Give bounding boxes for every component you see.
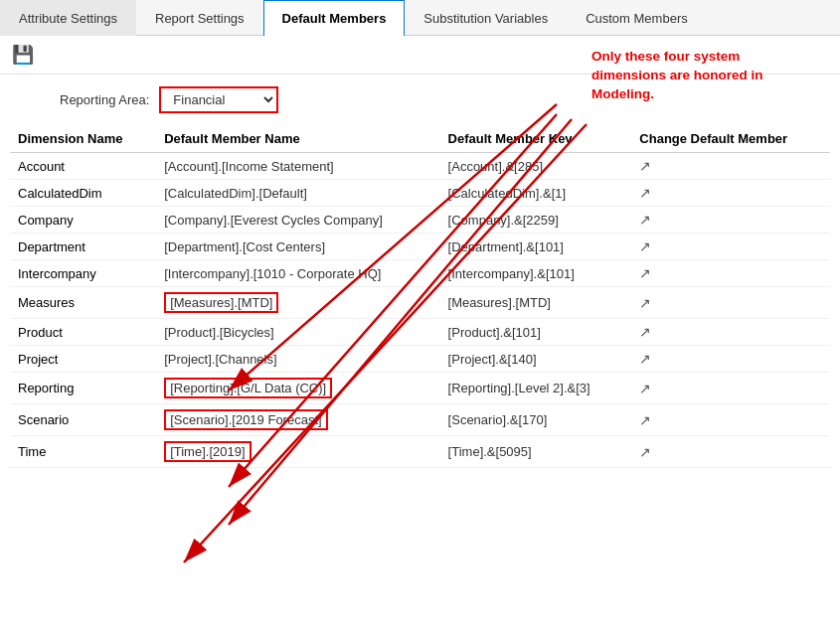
dim-name-cell: Product <box>10 319 156 346</box>
member-key-cell: [Reporting].[Level 2].&[3] <box>440 373 632 404</box>
tab-attribute-settings[interactable]: Attribute Settings <box>0 0 136 36</box>
table-row: Department[Department].[Cost Centers][De… <box>10 234 830 260</box>
table-row: CalculatedDim[CalculatedDim].[Default][C… <box>10 180 830 207</box>
tab-custom-members[interactable]: Custom Members <box>567 0 707 36</box>
save-icon[interactable]: 💾 <box>12 45 34 65</box>
dim-name-cell: Company <box>10 207 156 234</box>
change-member-cell[interactable]: ↗︎ <box>631 234 830 260</box>
member-name-cell: [Reporting].[G/L Data (CC)] <box>156 373 439 404</box>
member-key-cell: [Intercompany].&[101] <box>440 260 632 287</box>
external-link-icon[interactable]: ↗︎ <box>639 295 651 311</box>
default-members-table: Dimension Name Default Member Name Defau… <box>10 125 830 468</box>
table-row: Scenario[Scenario].[2019 Forecast][Scena… <box>10 404 830 436</box>
change-member-cell[interactable]: ↗︎ <box>631 436 830 468</box>
col-header-dim-name: Dimension Name <box>10 125 156 153</box>
dim-name-cell: Reporting <box>10 373 156 404</box>
tab-report-settings[interactable]: Report Settings <box>136 0 263 36</box>
external-link-icon[interactable]: ↗︎ <box>639 412 651 428</box>
boxed-member-name: [Reporting].[G/L Data (CC)] <box>164 378 332 398</box>
member-key-cell: [Measures].[MTD] <box>440 287 632 319</box>
col-header-change: Change Default Member <box>631 125 830 153</box>
external-link-icon[interactable]: ↗︎ <box>639 444 651 460</box>
change-member-cell[interactable]: ↗︎ <box>631 346 830 373</box>
reporting-area-row: Reporting Area: Financial Operational <box>0 75 840 125</box>
toolbar: 💾 <box>0 36 840 75</box>
table-row: Project[Project].[Channels][Project].&[1… <box>10 346 830 373</box>
change-member-cell[interactable]: ↗︎ <box>631 153 830 180</box>
table-row: Company[Company].[Everest Cycles Company… <box>10 207 830 234</box>
boxed-member-name: [Measures].[MTD] <box>164 292 278 313</box>
reporting-area-select[interactable]: Financial Operational <box>159 86 278 113</box>
col-header-member-key: Default Member Key <box>440 125 632 153</box>
member-name-cell: [Company].[Everest Cycles Company] <box>156 207 439 234</box>
member-name-cell: [Intercompany].[1010 - Corporate HQ] <box>156 260 439 287</box>
dim-name-cell: Account <box>10 153 156 180</box>
dim-name-cell: Project <box>10 346 156 373</box>
external-link-icon[interactable]: ↗︎ <box>639 324 651 340</box>
change-member-cell[interactable]: ↗︎ <box>631 180 830 207</box>
table-row: Time[Time].[2019][Time].&[5095]↗︎ <box>10 436 830 468</box>
external-link-icon[interactable]: ↗︎ <box>639 351 651 367</box>
member-name-cell: [Measures].[MTD] <box>156 287 439 319</box>
dim-name-cell: Intercompany <box>10 260 156 287</box>
change-member-cell[interactable]: ↗︎ <box>631 207 830 234</box>
table-row: Reporting[Reporting].[G/L Data (CC)][Rep… <box>10 373 830 404</box>
table-row: Intercompany[Intercompany].[1010 - Corpo… <box>10 260 830 287</box>
change-member-cell[interactable]: ↗︎ <box>631 319 830 346</box>
external-link-icon[interactable]: ↗︎ <box>639 265 651 281</box>
boxed-member-name: [Time].[2019] <box>164 441 251 462</box>
member-name-cell: [Scenario].[2019 Forecast] <box>156 404 439 436</box>
member-key-cell: [Department].&[101] <box>440 234 632 260</box>
change-member-cell[interactable]: ↗︎ <box>631 260 830 287</box>
member-key-cell: [Company].&[2259] <box>440 207 632 234</box>
dim-name-cell: CalculatedDim <box>10 180 156 207</box>
member-name-cell: [Time].[2019] <box>156 436 439 468</box>
table-wrapper: Dimension Name Default Member Name Defau… <box>0 125 840 468</box>
dim-name-cell: Time <box>10 436 156 468</box>
external-link-icon[interactable]: ↗︎ <box>639 381 651 396</box>
member-name-cell: [Product].[Bicycles] <box>156 319 439 346</box>
dim-name-cell: Department <box>10 234 156 260</box>
member-name-cell: [Project].[Channels] <box>156 346 439 373</box>
boxed-member-name: [Scenario].[2019 Forecast] <box>164 409 327 430</box>
reporting-area-label: Reporting Area: <box>60 92 149 107</box>
external-link-icon[interactable]: ↗︎ <box>639 212 651 228</box>
external-link-icon[interactable]: ↗︎ <box>639 238 651 254</box>
member-key-cell: [Product].&[101] <box>440 319 632 346</box>
dim-name-cell: Measures <box>10 287 156 319</box>
member-key-cell: [Time].&[5095] <box>440 436 632 468</box>
change-member-cell[interactable]: ↗︎ <box>631 373 830 404</box>
external-link-icon[interactable]: ↗︎ <box>639 158 651 174</box>
change-member-cell[interactable]: ↗︎ <box>631 404 830 436</box>
tab-bar: Attribute Settings Report Settings Defau… <box>0 0 840 36</box>
tab-default-members[interactable]: Default Members <box>263 0 406 36</box>
member-key-cell: [Project].&[140] <box>440 346 632 373</box>
col-header-member-name: Default Member Name <box>156 125 439 153</box>
external-link-icon[interactable]: ↗︎ <box>639 185 651 201</box>
table-row: Account[Account].[Income Statement][Acco… <box>10 153 830 180</box>
change-member-cell[interactable]: ↗︎ <box>631 287 830 319</box>
dim-name-cell: Scenario <box>10 404 156 436</box>
table-row: Product[Product].[Bicycles][Product].&[1… <box>10 319 830 346</box>
table-row: Measures[Measures].[MTD][Measures].[MTD]… <box>10 287 830 319</box>
member-name-cell: [CalculatedDim].[Default] <box>156 180 439 207</box>
tab-substitution-variables[interactable]: Substitution Variables <box>405 0 567 36</box>
member-name-cell: [Department].[Cost Centers] <box>156 234 439 260</box>
member-name-cell: [Account].[Income Statement] <box>156 153 439 180</box>
member-key-cell: [Account].&[285] <box>440 153 632 180</box>
member-key-cell: [Scenario].&[170] <box>440 404 632 436</box>
member-key-cell: [CalculatedDim].&[1] <box>440 180 632 207</box>
